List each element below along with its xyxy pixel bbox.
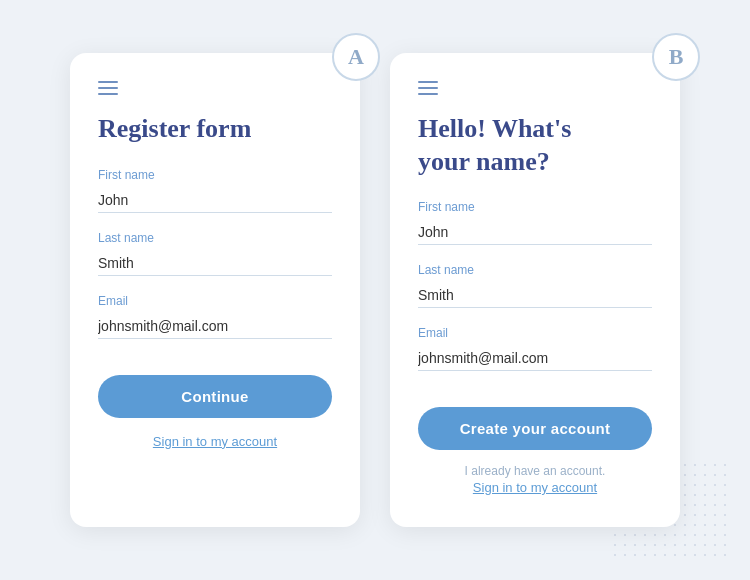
create-account-button[interactable]: Create your account — [418, 407, 652, 450]
card-b: B Hello! What's your name? First name La… — [390, 53, 680, 527]
first-name-label-a: First name — [98, 168, 332, 182]
email-group-a: Email — [98, 294, 332, 339]
email-label-a: Email — [98, 294, 332, 308]
first-name-input-a[interactable] — [98, 188, 332, 213]
first-name-input-b[interactable] — [418, 220, 652, 245]
badge-b: B — [652, 33, 700, 81]
first-name-label-b: First name — [418, 200, 652, 214]
email-group-b: Email — [418, 326, 652, 371]
hamburger-menu-a[interactable] — [98, 81, 332, 95]
card-a: A Register form First name Last name Ema… — [70, 53, 360, 527]
first-name-group-a: First name — [98, 168, 332, 213]
already-have-account-text: I already have an account. — [418, 464, 652, 478]
email-input-b[interactable] — [418, 346, 652, 371]
last-name-group-b: Last name — [418, 263, 652, 308]
card-b-title: Hello! What's your name? — [418, 113, 652, 178]
first-name-group-b: First name — [418, 200, 652, 245]
card-a-title: Register form — [98, 113, 332, 146]
email-label-b: Email — [418, 326, 652, 340]
last-name-label-b: Last name — [418, 263, 652, 277]
cards-container: A Register form First name Last name Ema… — [50, 33, 700, 547]
sign-in-link-a[interactable]: Sign in to my account — [98, 434, 332, 449]
last-name-input-a[interactable] — [98, 251, 332, 276]
last-name-group-a: Last name — [98, 231, 332, 276]
last-name-input-b[interactable] — [418, 283, 652, 308]
sign-in-link-b[interactable]: Sign in to my account — [418, 480, 652, 495]
continue-button[interactable]: Continue — [98, 375, 332, 418]
hamburger-menu-b[interactable] — [418, 81, 652, 95]
email-input-a[interactable] — [98, 314, 332, 339]
last-name-label-a: Last name — [98, 231, 332, 245]
sign-in-area-b: I already have an account. Sign in to my… — [418, 464, 652, 495]
badge-a: A — [332, 33, 380, 81]
